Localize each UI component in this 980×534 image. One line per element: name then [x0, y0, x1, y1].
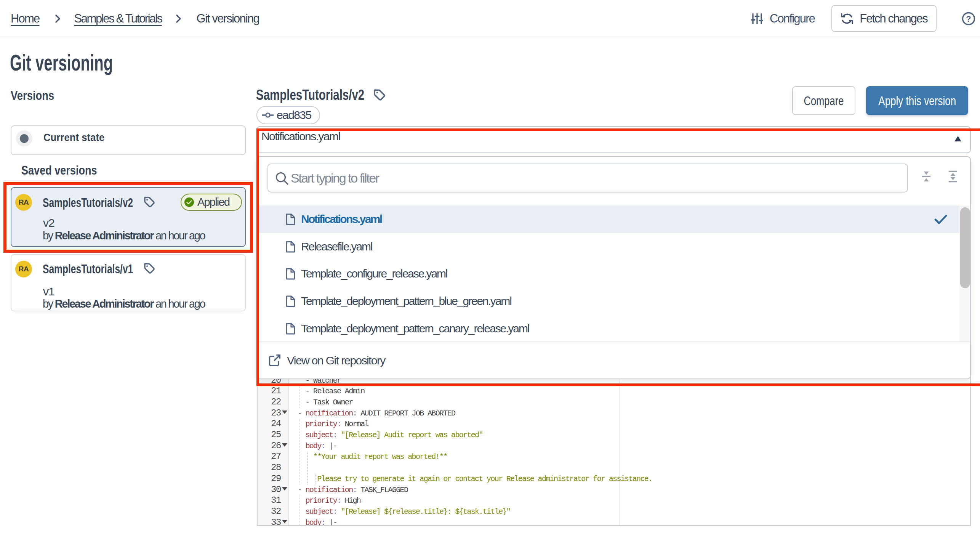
svg-text:?: ?: [966, 14, 971, 24]
